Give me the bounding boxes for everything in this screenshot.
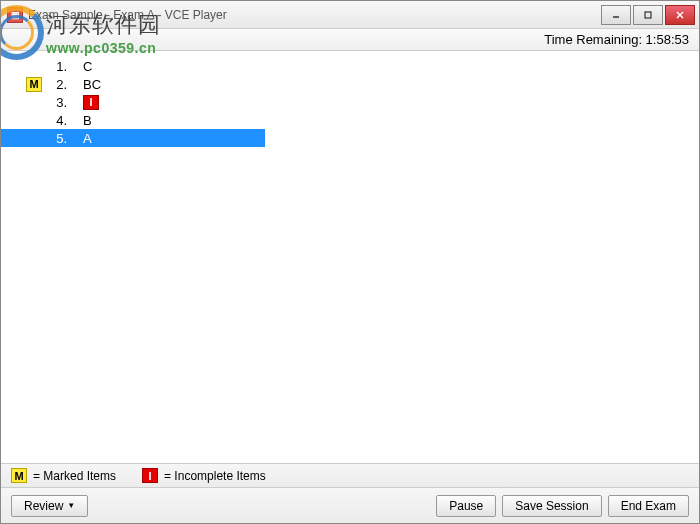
svg-rect-1	[645, 12, 651, 18]
question-row[interactable]: 1.C	[1, 57, 699, 75]
pause-button-label: Pause	[449, 499, 483, 513]
question-number: 3.	[45, 95, 77, 110]
question-row[interactable]: M2.BC	[1, 75, 699, 93]
incomplete-icon: I	[83, 95, 99, 110]
legend-marked-icon: M	[11, 468, 27, 483]
titlebar-left: ▣ Exam Sample - Exam A - VCE Player	[7, 7, 227, 23]
marked-icon: M	[26, 77, 42, 92]
question-number: 4.	[45, 113, 77, 128]
legend-incomplete-icon: I	[142, 468, 158, 483]
question-list: 1.CM2.BC3.I4.B5.A	[1, 51, 699, 463]
question-number: 1.	[45, 59, 77, 74]
window-title: Exam Sample - Exam A - VCE Player	[28, 8, 227, 22]
close-button[interactable]	[665, 5, 695, 25]
minimize-button[interactable]	[601, 5, 631, 25]
question-number: 5.	[45, 131, 77, 146]
end-exam-button-label: End Exam	[621, 499, 676, 513]
timer-bar: Time Remaining: 1:58:53	[1, 29, 699, 51]
answer-column: BC	[77, 77, 101, 92]
app-icon: ▣	[7, 7, 23, 23]
question-row[interactable]: 3.I	[1, 93, 699, 111]
answer-column: I	[77, 95, 99, 110]
legend-incomplete-text: = Incomplete Items	[164, 469, 266, 483]
titlebar: ▣ Exam Sample - Exam A - VCE Player	[1, 1, 699, 29]
answer-column: C	[77, 59, 92, 74]
right-buttons: Pause Save Session End Exam	[436, 495, 689, 517]
review-button[interactable]: Review ▼	[11, 495, 88, 517]
answer-text: A	[83, 131, 92, 146]
left-buttons: Review ▼	[11, 495, 88, 517]
answer-text: BC	[83, 77, 101, 92]
answer-column: B	[77, 113, 92, 128]
legend-bar: M = Marked Items I = Incomplete Items	[1, 463, 699, 487]
question-number: 2.	[45, 77, 77, 92]
pause-button[interactable]: Pause	[436, 495, 496, 517]
time-remaining-label: Time Remaining: 1:58:53	[544, 32, 689, 47]
answer-column: A	[77, 131, 92, 146]
legend-marked-text: = Marked Items	[33, 469, 116, 483]
dropdown-arrow-icon: ▼	[67, 501, 75, 510]
answer-text: C	[83, 59, 92, 74]
window-controls	[601, 5, 699, 25]
save-session-button[interactable]: Save Session	[502, 495, 601, 517]
question-row[interactable]: 5.A	[1, 129, 265, 147]
mark-column: M	[1, 77, 45, 92]
maximize-button[interactable]	[633, 5, 663, 25]
save-session-button-label: Save Session	[515, 499, 588, 513]
button-bar: Review ▼ Pause Save Session End Exam	[1, 487, 699, 523]
question-row[interactable]: 4.B	[1, 111, 699, 129]
end-exam-button[interactable]: End Exam	[608, 495, 689, 517]
answer-text: B	[83, 113, 92, 128]
review-button-label: Review	[24, 499, 63, 513]
